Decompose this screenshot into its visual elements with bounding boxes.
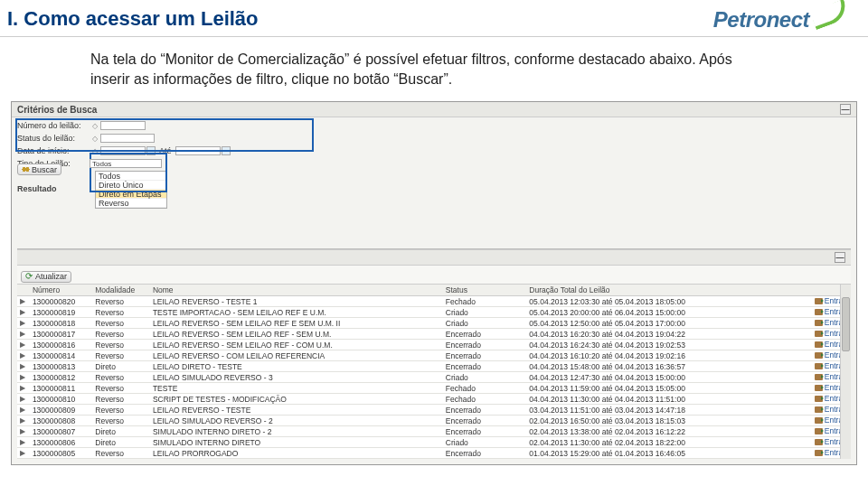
cell-nome: LEILAO REVERSO - SEM LEILAO REF E SEM U.… bbox=[150, 318, 443, 329]
table-row[interactable]: ▶1300000819ReversoTESTE IMPORTACAO - SEM… bbox=[17, 307, 851, 318]
cell-numero: 1300000811 bbox=[30, 383, 92, 394]
cell-status: Encerrado bbox=[443, 340, 527, 350]
table-row[interactable]: ▶1300000813DiretoLEILAO DIRETO - TESTEEn… bbox=[17, 361, 851, 372]
tipo-option[interactable]: Direto Único bbox=[96, 181, 166, 190]
col-status[interactable]: Status bbox=[443, 285, 527, 296]
brand-text: Petronect bbox=[713, 7, 809, 33]
cell-nome: LEILAO REVERSO - SEM LEILAO REF - SEM U.… bbox=[150, 329, 443, 340]
cell-status: Encerrado bbox=[443, 426, 527, 437]
cell-status: Criado bbox=[443, 318, 527, 329]
calendar-icon[interactable] bbox=[222, 146, 231, 155]
expand-icon[interactable]: ▶ bbox=[17, 318, 30, 329]
cell-numero: 1300000812 bbox=[30, 372, 92, 383]
scrollbar-thumb[interactable] bbox=[842, 297, 850, 351]
entrar-icon bbox=[815, 341, 823, 348]
entrar-icon bbox=[815, 417, 823, 424]
expand-icon[interactable]: ▶ bbox=[17, 361, 30, 372]
cell-modalidade: Reverso bbox=[92, 383, 150, 394]
expand-icon[interactable]: ▶ bbox=[17, 448, 30, 459]
resultado-label: Resultado bbox=[17, 184, 57, 193]
expand-icon[interactable]: ▶ bbox=[17, 437, 30, 448]
cell-nome: LEILAO DIRETO - TESTE bbox=[150, 361, 443, 372]
expand-icon[interactable]: ▶ bbox=[17, 307, 30, 318]
atualizar-button[interactable]: ⟳ Atualizar bbox=[21, 271, 71, 283]
buscar-label: Buscar bbox=[32, 165, 57, 174]
cell-modalidade: Direto bbox=[92, 426, 150, 437]
expand-icon[interactable]: ▶ bbox=[17, 372, 30, 383]
table-row[interactable]: ▶1300000810ReversoSCRIPT DE TESTES - MOD… bbox=[17, 394, 851, 405]
entrar-icon bbox=[815, 363, 823, 369]
table-row[interactable]: ▶1300000817ReversoLEILAO REVERSO - SEM L… bbox=[17, 329, 851, 340]
col-modalidade[interactable]: Modalidade bbox=[92, 285, 150, 296]
expand-icon[interactable]: ▶ bbox=[17, 416, 30, 426]
data-inicio-to[interactable] bbox=[175, 146, 221, 155]
tipo-leilao-options[interactable]: TodosDireto ÚnicoDireto em EtapasReverso bbox=[95, 171, 167, 209]
filter-area: Número do leilão: ◇ Status do leilão: ◇ … bbox=[12, 117, 856, 464]
cell-numero: 1300000813 bbox=[30, 361, 92, 372]
table-row[interactable]: ▶1300000816ReversoLEILAO REVERSO - SEM L… bbox=[17, 340, 851, 350]
expand-icon[interactable]: ▶ bbox=[17, 350, 30, 361]
expand-icon[interactable]: ▶ bbox=[17, 340, 30, 350]
table-row[interactable]: ▶1300000820ReversoLEILAO REVERSO - TESTE… bbox=[17, 296, 851, 307]
cell-nome: LEILAO REVERSO - TESTE 1 bbox=[150, 296, 443, 307]
results-table: Número Modalidade Nome Status Duração To… bbox=[17, 285, 851, 459]
tipo-option[interactable]: Direto em Etapas bbox=[96, 190, 166, 199]
cell-status: Encerrado bbox=[443, 405, 527, 416]
selector-icon[interactable]: ◇ bbox=[92, 135, 98, 143]
tipo-option[interactable]: Reverso bbox=[96, 199, 166, 208]
entrar-icon bbox=[815, 298, 823, 304]
buscar-button[interactable]: Buscar bbox=[17, 163, 61, 175]
table-row[interactable]: ▶1300000807DiretoSIMULADO INTERNO DIRETO… bbox=[17, 426, 851, 437]
cell-modalidade: Reverso bbox=[92, 296, 150, 307]
table-row[interactable]: ▶1300000808ReversoLEILAO SIMULADO REVERS… bbox=[17, 416, 851, 426]
table-row[interactable]: ▶1300000811ReversoTESTEFechado04.04.2013… bbox=[17, 383, 851, 394]
ate-label: Até bbox=[159, 146, 172, 155]
col-numero[interactable]: Número bbox=[30, 285, 92, 296]
table-row[interactable]: ▶1300000806DiretoSIMULADO INTERNO DIRETO… bbox=[17, 437, 851, 448]
expand-icon[interactable]: ▶ bbox=[17, 394, 30, 405]
cell-nome: LEILAO SIMULADO REVERSO - 3 bbox=[150, 372, 443, 383]
numero-leilao-input[interactable] bbox=[100, 121, 146, 130]
cell-status: Encerrado bbox=[443, 448, 527, 459]
expand-icon[interactable]: ▶ bbox=[17, 329, 30, 340]
entrar-icon bbox=[815, 352, 823, 359]
expand-icon[interactable]: ▶ bbox=[17, 405, 30, 416]
minimize-icon[interactable]: — bbox=[840, 104, 851, 115]
tipo-option[interactable]: Todos bbox=[96, 172, 166, 181]
data-inicio-from[interactable] bbox=[100, 146, 146, 155]
col-nome[interactable]: Nome bbox=[150, 285, 443, 296]
cell-numero: 1300000814 bbox=[30, 350, 92, 361]
table-row[interactable]: ▶1300000812ReversoLEILAO SIMULADO REVERS… bbox=[17, 372, 851, 383]
cell-nome: LEILAO PRORROGADO bbox=[150, 448, 443, 459]
cell-status: Encerrado bbox=[443, 416, 527, 426]
cell-duracao: 04.04.2013 11:30:00 até 04.04.2013 11:51… bbox=[526, 394, 788, 405]
table-row[interactable]: ▶1300000809ReversoLEILAO REVERSO - TESTE… bbox=[17, 405, 851, 416]
expand-icon[interactable]: ▶ bbox=[17, 296, 30, 307]
swoosh-icon bbox=[812, 8, 854, 32]
cell-nome: TESTE bbox=[150, 383, 443, 394]
entrar-icon bbox=[815, 320, 823, 326]
cell-duracao: 04.04.2013 16:10:20 até 04.04.2013 19:02… bbox=[526, 350, 788, 361]
vertical-scrollbar[interactable] bbox=[840, 285, 851, 459]
cell-status: Fechado bbox=[443, 394, 527, 405]
selector-icon[interactable]: ◇ bbox=[92, 122, 98, 130]
table-row[interactable]: ▶1300000818ReversoLEILAO REVERSO - SEM L… bbox=[17, 318, 851, 329]
minimize-icon[interactable]: — bbox=[835, 252, 845, 263]
expand-icon[interactable]: ▶ bbox=[17, 426, 30, 437]
table-row[interactable]: ▶1300000805ReversoLEILAO PRORROGADOEncer… bbox=[17, 448, 851, 459]
numero-leilao-label: Número do leilão: bbox=[17, 121, 90, 130]
table-row[interactable]: ▶1300000814ReversoLEILAO REVERSO - COM L… bbox=[17, 350, 851, 361]
cell-numero: 1300000816 bbox=[30, 340, 92, 350]
status-leilao-select[interactable] bbox=[100, 134, 155, 143]
binoculars-icon bbox=[22, 165, 30, 173]
cell-modalidade: Direto bbox=[92, 437, 150, 448]
tipo-leilao-select[interactable]: Todos bbox=[90, 159, 162, 168]
cell-modalidade: Reverso bbox=[92, 329, 150, 340]
col-duracao[interactable]: Duração Total do Leilão bbox=[526, 285, 788, 296]
cell-modalidade: Reverso bbox=[92, 350, 150, 361]
expand-icon[interactable]: ▶ bbox=[17, 383, 30, 394]
search-panel: Critérios de Busca — Número do leilão: ◇… bbox=[11, 101, 857, 465]
selector-icon[interactable]: ◇ bbox=[92, 147, 98, 155]
calendar-icon[interactable] bbox=[146, 146, 156, 155]
table-header-row: Número Modalidade Nome Status Duração To… bbox=[17, 285, 851, 296]
